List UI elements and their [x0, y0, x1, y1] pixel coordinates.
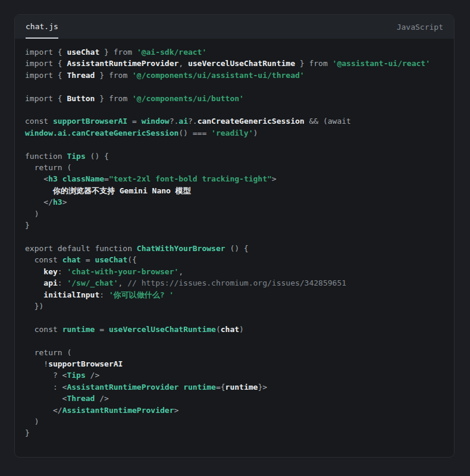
code-line [25, 104, 444, 115]
code-line: <h3 className="text-2xl font-bold tracki… [25, 173, 444, 184]
code-line: export default function ChatWithYourBrow… [25, 243, 444, 254]
code-card: chat.js JavaScript import { useChat } fr… [14, 14, 455, 458]
code-line: ? <Tips /> [25, 369, 444, 381]
code-line: </h3> [25, 196, 444, 208]
code-line: return ( [25, 347, 444, 358]
code-line: key: 'chat-with-your-browser', [25, 266, 444, 277]
code-line: }) [25, 300, 444, 312]
code-line: } [25, 220, 444, 231]
code-line: 你的浏览器不支持 Gemini Nano 模型 [25, 185, 444, 196]
code-line: const chat = useChat({ [25, 254, 444, 265]
code-line: const runtime = useVercelUseChatRuntime(… [25, 324, 444, 335]
code-line [25, 81, 444, 92]
language-badge: JavaScript [397, 15, 443, 39]
filename-label: chat.js [26, 22, 58, 31]
code-line: !supportBrowserAI [25, 358, 444, 369]
code-line: const supportBrowserAI = window?.ai?.can… [25, 115, 444, 127]
code-line: : <AssistantRuntimeProvider runtime={run… [25, 381, 444, 393]
code-line: import { Thread } from '@/components/ui/… [25, 70, 444, 81]
code-card-header: chat.js JavaScript [15, 15, 454, 39]
code-lines: import { useChat } from '@ai-sdk/react'i… [15, 39, 454, 457]
code-line: return ( [25, 162, 444, 173]
code-line: ) [25, 416, 444, 427]
tab-chat-js[interactable]: chat.js [26, 15, 58, 39]
code-line [25, 335, 444, 346]
code-line: import { useChat } from '@ai-sdk/react' [25, 46, 444, 58]
code-line: import { Button } from '@/components/ui/… [25, 93, 444, 104]
code-line: ) [25, 208, 444, 220]
code-line: api: '/sw/_chat', // https://issues.chro… [25, 277, 444, 289]
code-line [25, 231, 444, 243]
code-line: import { AssistantRuntimeProvider, useVe… [25, 58, 444, 69]
code-line: } [25, 427, 444, 439]
code-line [25, 312, 444, 323]
code-line: initialInput: '你可以做什么? ' [25, 289, 444, 300]
code-line: window.ai.canCreateGenericSession() === … [25, 127, 444, 139]
code-line [25, 139, 444, 150]
code-line: </AssistantRuntimeProvider> [25, 405, 444, 416]
code-line: function Tips () { [25, 151, 444, 162]
code-line: <Thread /> [25, 393, 444, 404]
